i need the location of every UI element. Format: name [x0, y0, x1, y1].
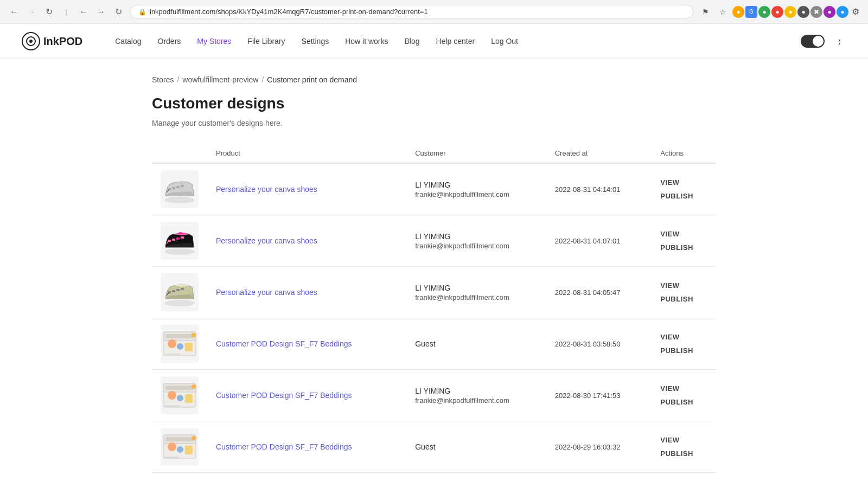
product-name-cell: Personalize your canva shoes [207, 215, 406, 267]
customer-name: LI YIMING [415, 387, 537, 395]
ext-icon-5[interactable]: ● [784, 6, 796, 18]
actions-cell-inner: VIEW PUBLISH [660, 229, 707, 253]
svg-rect-31 [163, 405, 180, 407]
product-image [161, 325, 199, 363]
ext-icon-1[interactable]: ● [732, 6, 744, 18]
customer-cell: LI YIMING frankie@inkpodfulfillment.com [406, 215, 546, 267]
nav-file-library[interactable]: File Library [247, 37, 285, 46]
svg-rect-23 [163, 354, 180, 356]
ext-icon-4[interactable]: ● [771, 6, 783, 18]
created-at: 2022-08-31 03:58:50 [555, 340, 621, 348]
svg-rect-10 [176, 237, 180, 240]
toggle-knob [813, 36, 824, 47]
created-at: 2022-08-31 04:07:01 [555, 237, 621, 245]
actions-cell-inner: VIEW PUBLISH [660, 435, 707, 459]
view-button[interactable]: VIEW [660, 280, 679, 291]
publish-button[interactable]: PUBLISH [660, 242, 693, 253]
product-name-cell: Customer POD Design SF_F7 Beddings [207, 370, 406, 421]
ext-icon-3[interactable]: ● [758, 6, 770, 18]
nav-help-center[interactable]: Help center [436, 37, 475, 46]
view-button[interactable]: VIEW [660, 383, 679, 394]
product-image [161, 222, 199, 260]
ext-icon-6[interactable]: ● [797, 6, 809, 18]
product-link[interactable]: Personalize your canva shoes [216, 288, 317, 297]
breadcrumb-store-name[interactable]: wowfulfillment-preview [182, 75, 258, 84]
created-cell: 2022-08-30 17:41:53 [546, 370, 652, 421]
ext-icon-7[interactable]: ✖ [810, 6, 822, 18]
breadcrumb-stores[interactable]: Stores [152, 75, 174, 84]
table-row: Customer POD Design SF_F7 Beddings Guest… [152, 421, 716, 473]
nav-blog[interactable]: Blog [405, 37, 420, 46]
back-button-2[interactable]: ← [76, 4, 91, 20]
product-name-cell: Personalize your canva shoes [207, 267, 406, 318]
actions-cell: VIEW PUBLISH [652, 318, 716, 370]
browser-chrome: ← → ↻ | ← → ↻ 🔒 inkpodfulfillment.com/sh… [0, 0, 868, 24]
forward-button-2[interactable]: → [93, 4, 108, 20]
product-name-cell: Customer POD Design SF_F7 Beddings [207, 421, 406, 473]
reload-button-2[interactable]: ↻ [111, 4, 126, 20]
product-link[interactable]: Personalize your canva shoes [216, 236, 317, 245]
view-button[interactable]: VIEW [660, 435, 679, 445]
nav-catalog[interactable]: Catalog [115, 37, 141, 46]
product-link[interactable]: Customer POD Design SF_F7 Beddings [216, 442, 352, 451]
nav-settings[interactable]: Settings [302, 37, 329, 46]
svg-rect-35 [165, 437, 194, 441]
col-header-actions: Actions [652, 144, 716, 163]
nav-orders[interactable]: Orders [158, 37, 181, 46]
home-button[interactable]: | [59, 4, 74, 20]
svg-point-40 [192, 436, 196, 440]
dark-mode-toggle[interactable] [801, 35, 825, 48]
ext-icon-9[interactable]: ● [837, 6, 848, 18]
actions-cell-inner: VIEW PUBLISH [660, 383, 707, 407]
customer-cell: LI YIMING frankie@inkpodfulfillment.com [406, 163, 546, 215]
svg-point-36 [168, 442, 176, 451]
created-at: 2022-08-30 17:41:53 [555, 391, 621, 400]
product-name-cell: Customer POD Design SF_F7 Beddings [207, 318, 406, 370]
created-cell: 2022-08-29 16:03:32 [546, 421, 652, 473]
created-at: 2022-08-31 04:05:47 [555, 288, 621, 297]
svg-rect-11 [181, 236, 184, 239]
product-link[interactable]: Customer POD Design SF_F7 Beddings [216, 391, 352, 400]
customer-cell: LI YIMING frankie@inkpodfulfillment.com [406, 370, 546, 421]
svg-point-7 [164, 248, 195, 255]
created-cell: 2022-08-31 03:58:50 [546, 318, 652, 370]
view-button[interactable]: VIEW [660, 332, 679, 342]
forward-button[interactable]: → [24, 4, 39, 20]
product-link[interactable]: Customer POD Design SF_F7 Beddings [216, 339, 352, 348]
star-button[interactable]: ☆ [715, 4, 730, 20]
svg-point-29 [177, 395, 183, 401]
nav-log-out[interactable]: Log Out [491, 37, 518, 46]
actions-cell: VIEW PUBLISH [652, 163, 716, 215]
reload-button[interactable]: ↻ [41, 4, 56, 20]
nav-how-it-works[interactable]: How it works [345, 37, 388, 46]
product-link[interactable]: Personalize your canva shoes [216, 185, 317, 194]
svg-rect-22 [185, 343, 193, 351]
logo[interactable]: InkPOD [22, 32, 82, 50]
publish-button[interactable]: PUBLISH [660, 294, 693, 304]
svg-point-24 [192, 333, 196, 337]
product-image [161, 376, 199, 414]
address-bar[interactable]: 🔒 inkpodfulfillment.com/shops/KkYDy41m2K… [130, 5, 693, 18]
ext-icon-8[interactable]: ● [824, 6, 835, 18]
page-title: Customer designs [152, 95, 716, 112]
app-nav: InkPOD Catalog Orders My Stores File Lib… [0, 24, 868, 59]
ext-icon-puzzle[interactable]: ⚙ [850, 6, 861, 18]
customer-name: LI YIMING [415, 232, 537, 241]
translate-button[interactable]: ⹉ [831, 34, 846, 49]
customer-email: frankie@inkpodfulfillment.com [415, 396, 537, 404]
product-image-cell [152, 163, 207, 215]
ext-icon-2[interactable]: G [745, 6, 757, 18]
nav-my-stores[interactable]: My Stores [197, 37, 231, 46]
product-image-cell [152, 421, 207, 473]
extension-icons: ● G ● ● ● ● ✖ ● ● ⚙ [732, 6, 861, 18]
publish-button[interactable]: PUBLISH [660, 397, 693, 407]
publish-button[interactable]: PUBLISH [660, 191, 693, 201]
view-button[interactable]: VIEW [660, 177, 679, 188]
publish-button[interactable]: PUBLISH [660, 448, 693, 459]
svg-rect-19 [165, 334, 194, 338]
table-row: Customer POD Design SF_F7 Beddings Guest… [152, 318, 716, 370]
view-button[interactable]: VIEW [660, 229, 679, 239]
publish-button[interactable]: PUBLISH [660, 345, 693, 356]
back-button[interactable]: ← [7, 4, 22, 20]
bookmark-button[interactable]: ⚑ [698, 4, 713, 20]
